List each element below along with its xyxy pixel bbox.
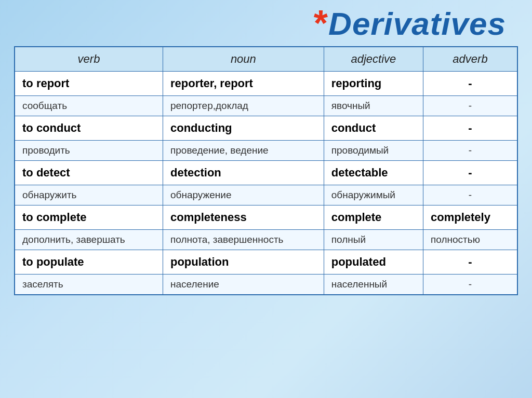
table-cell: сообщать	[15, 96, 163, 116]
table-cell: to complete	[15, 205, 163, 230]
table-cell: -	[423, 275, 518, 295]
derivatives-table: verb noun adjective adverb to reportrepo…	[14, 46, 518, 295]
table-cell: completely	[423, 205, 518, 230]
table-cell: обнаружимый	[324, 185, 423, 205]
table-cell: -	[423, 161, 518, 185]
table-row: to conductconductingconduct-	[15, 116, 517, 141]
table-cell: -	[423, 116, 518, 141]
table-row: сообщатьрепортер,докладявочный-	[15, 96, 517, 116]
table-row: проводитьпроведение, ведениепроводимый-	[15, 141, 517, 161]
table-row: to detectdetectiondetectable-	[15, 161, 517, 185]
table-cell: to detect	[15, 161, 163, 185]
table-cell: reporting	[324, 72, 423, 96]
table-cell: полностью	[423, 230, 518, 250]
table-cell: population	[163, 250, 324, 275]
table-cell: reporter, report	[163, 72, 324, 96]
table-cell: -	[423, 96, 518, 116]
table-row: to populatepopulationpopulated-	[15, 250, 517, 275]
table-cell: заселять	[15, 275, 163, 295]
table-row: обнаружитьобнаружениеобнаружимый-	[15, 185, 517, 205]
table-cell: complete	[324, 205, 423, 230]
table-cell: populated	[324, 250, 423, 275]
page-title: *Derivatives	[314, 5, 506, 42]
table-cell: -	[423, 185, 518, 205]
table-cell: -	[423, 72, 518, 96]
table-cell: проводить	[15, 141, 163, 161]
table-row: to completecompletenesscompletecompletel…	[15, 205, 517, 230]
header-verb: verb	[15, 47, 163, 72]
title-text: Derivatives	[328, 6, 506, 42]
table-cell: проведение, ведение	[163, 141, 324, 161]
table-cell: полный	[324, 230, 423, 250]
table-cell: to report	[15, 72, 163, 96]
table-cell: conduct	[324, 116, 423, 141]
table-cell: дополнить, завершать	[15, 230, 163, 250]
table-cell: -	[423, 141, 518, 161]
table-header-row: verb noun adjective adverb	[15, 47, 517, 72]
table-cell: detection	[163, 161, 324, 185]
table-row: дополнить, завершатьполнота, завершеннос…	[15, 230, 517, 250]
table-row: заселятьнаселениенаселенный-	[15, 275, 517, 295]
table-cell: completeness	[163, 205, 324, 230]
table-cell: население	[163, 275, 324, 295]
table-cell: to conduct	[15, 116, 163, 141]
header-noun: noun	[163, 47, 324, 72]
table-cell: населенный	[324, 275, 423, 295]
table-cell: репортер,доклад	[163, 96, 324, 116]
table-row: to reportreporter, reportreporting-	[15, 72, 517, 96]
header-adjective: adjective	[324, 47, 423, 72]
table-cell: to populate	[15, 250, 163, 275]
table-cell: полнота, завершенность	[163, 230, 324, 250]
table-cell: явочный	[324, 96, 423, 116]
table-cell: проводимый	[324, 141, 423, 161]
title-asterisk: *	[314, 3, 328, 44]
table-cell: detectable	[324, 161, 423, 185]
table-cell: обнаружение	[163, 185, 324, 205]
table-cell: conducting	[163, 116, 324, 141]
table-cell: обнаружить	[15, 185, 163, 205]
title-container: *Derivatives	[10, 5, 522, 42]
table-cell: -	[423, 250, 518, 275]
header-adverb: adverb	[423, 47, 518, 72]
